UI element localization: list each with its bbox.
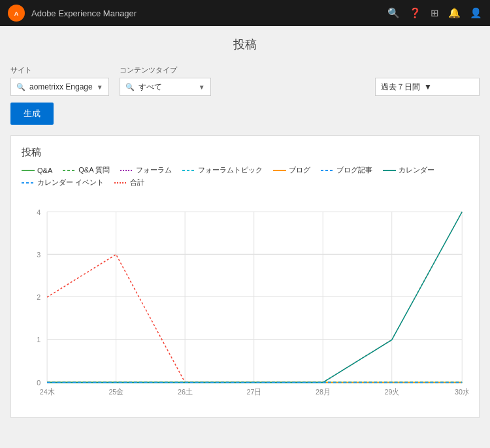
svg-text:3: 3 [37,250,41,259]
legend-blog-label: ブログ [289,165,310,175]
filter-bar: サイト 🔍 aometrixx Engage ▼ コンテンツタイプ 🔍 すべて … [0,59,490,103]
site-chevron-icon: ▼ [97,84,103,91]
content-type-chevron-icon: ▼ [199,84,205,91]
app-name: Adobe Experience Manager [31,8,137,18]
svg-text:30水: 30水 [455,387,468,396]
svg-text:2: 2 [37,293,41,301]
legend-forum-topic-label: フォーラムトピック [198,165,263,175]
site-filter-group: サイト 🔍 aometrixx Engage ▼ [10,65,109,96]
app-header: A Adobe Experience Manager 🔍 ❓ ⊞ 🔔 👤 [0,0,490,26]
site-search-icon: 🔍 [16,83,25,91]
content-type-filter-group: コンテンツタイプ 🔍 すべて ▼ [120,65,211,96]
chart-title: 投稿 [22,146,468,159]
legend-qa-label: Q&A [37,167,52,174]
site-dropdown[interactable]: 🔍 aometrixx Engage ▼ [10,78,109,96]
legend-qa-line [22,170,35,171]
help-icon[interactable]: ❓ [409,7,421,19]
chart-area: 4 3 2 1 0 24木 25金 26土 27日 28月 29火 30水 [22,198,468,407]
legend-total-label: 合計 [130,178,144,187]
date-range-filter-group: 過去７日間 ▼ [375,78,480,96]
legend-forum-topic: フォーラムトピック [182,165,263,175]
generate-button[interactable]: 生成 [10,103,54,125]
svg-text:29火: 29火 [385,387,399,396]
user-icon[interactable]: 👤 [470,7,482,19]
legend-calendar: カレンダー [383,165,434,175]
svg-text:1: 1 [37,335,41,344]
legend-forum-topic-line [182,170,195,171]
legend-total-line [114,182,127,184]
legend-calendar-line [383,170,396,171]
chart-card: 投稿 Q&A Q&A 質問 フォーラム フォーラムトピック ブログ ブログ記事 [10,135,480,418]
content-type-dropdown[interactable]: 🔍 すべて ▼ [120,78,211,96]
date-range-dropdown[interactable]: 過去７日間 ▼ [375,78,480,96]
legend-calendar-event-label: カレンダー イベント [37,178,104,187]
site-label: サイト [10,65,109,75]
legend-qa-question-label: Q&A 質問 [78,165,110,175]
legend-blog: ブログ [273,165,310,175]
content-type-value: すべて [139,82,195,93]
legend-calendar-label: カレンダー [399,165,434,175]
legend-calendar-event: カレンダー イベント [22,178,104,187]
generate-btn-bar: 生成 [0,103,490,135]
page-title: 投稿 [0,26,490,59]
legend-blog-line [273,170,286,171]
legend-blog-post: ブログ記事 [321,165,372,175]
svg-text:A: A [14,10,19,17]
header-right: 🔍 ❓ ⊞ 🔔 👤 [387,7,482,19]
svg-text:4: 4 [37,208,41,216]
chart-legend: Q&A Q&A 質問 フォーラム フォーラムトピック ブログ ブログ記事 カレン… [22,165,468,187]
legend-qa-question-line [63,170,76,171]
legend-forum-label: フォーラム [136,165,172,175]
legend-blog-post-line [321,170,334,171]
legend-forum-line [120,170,133,171]
svg-text:25金: 25金 [108,387,123,396]
legend-calendar-event-line [22,182,35,184]
chart-svg: 4 3 2 1 0 24木 25金 26土 27日 28月 29火 30水 [22,198,468,407]
svg-text:24木: 24木 [40,387,54,396]
legend-total: 合計 [114,178,144,187]
svg-text:28月: 28月 [316,387,330,396]
bell-icon[interactable]: 🔔 [448,7,461,19]
date-range-chevron-icon: ▼ [424,82,432,91]
svg-text:27日: 27日 [246,387,261,396]
site-value: aometrixx Engage [29,82,93,91]
date-range-value: 過去７日間 [381,82,420,93]
aem-logo: A [8,5,25,22]
content-type-search-icon: 🔍 [125,83,135,91]
legend-qa: Q&A [22,165,52,175]
legend-qa-question: Q&A 質問 [63,165,110,175]
content-type-label: コンテンツタイプ [120,65,211,75]
legend-forum: フォーラム [120,165,172,175]
svg-text:26土: 26土 [178,387,192,396]
legend-blog-post-label: ブログ記事 [336,165,372,175]
search-icon[interactable]: 🔍 [387,7,400,19]
svg-text:0: 0 [37,379,41,387]
header-left: A Adobe Experience Manager [8,5,137,22]
apps-icon[interactable]: ⊞ [431,7,439,19]
